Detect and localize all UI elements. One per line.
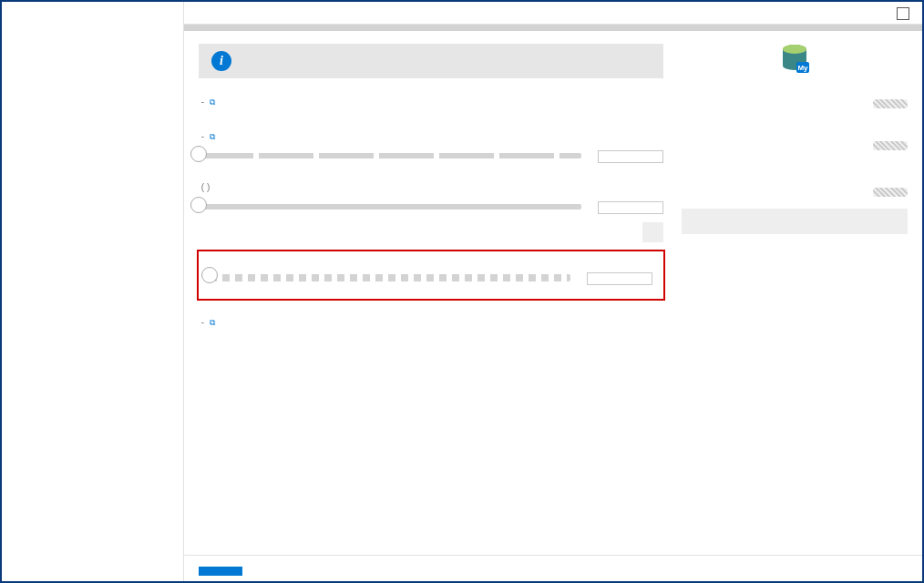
vcore-link[interactable]: ⧉ [210, 131, 215, 141]
backup-value[interactable] [587, 272, 652, 285]
storage-value[interactable] [598, 201, 663, 214]
vcore-value[interactable] [598, 150, 663, 163]
svg-text:My: My [797, 64, 808, 72]
vcore-section: - ⧉ [199, 129, 663, 164]
svg-point-1 [783, 45, 806, 54]
additional-charge-box [682, 209, 908, 234]
vcore-slider[interactable] [199, 149, 581, 164]
main-content: i - ⧉ - ⧉ [184, 2, 922, 581]
info-icon: i [211, 51, 231, 71]
database-icon: My [682, 44, 908, 77]
backup-slider[interactable] [210, 271, 570, 286]
header-strip [184, 25, 922, 31]
redundancy-section: - ⧉ [199, 315, 663, 335]
blurred-price [873, 99, 908, 108]
footer [184, 555, 922, 581]
backup-retention-highlight [199, 251, 663, 299]
ok-button[interactable] [199, 567, 242, 576]
iops-pill [642, 222, 663, 242]
page-header [184, 2, 922, 25]
close-icon[interactable] [897, 7, 909, 20]
storage-section: ( ) [199, 180, 663, 242]
sidebar [2, 2, 184, 581]
compute-section: - ⧉ [199, 95, 663, 113]
blurred-price [873, 141, 908, 150]
price-summary: My [682, 44, 908, 542]
storage-slider[interactable] [199, 200, 581, 215]
compute-link[interactable]: ⧉ [210, 97, 215, 107]
info-box: i [199, 44, 663, 78]
redundancy-link[interactable]: ⧉ [210, 317, 215, 327]
